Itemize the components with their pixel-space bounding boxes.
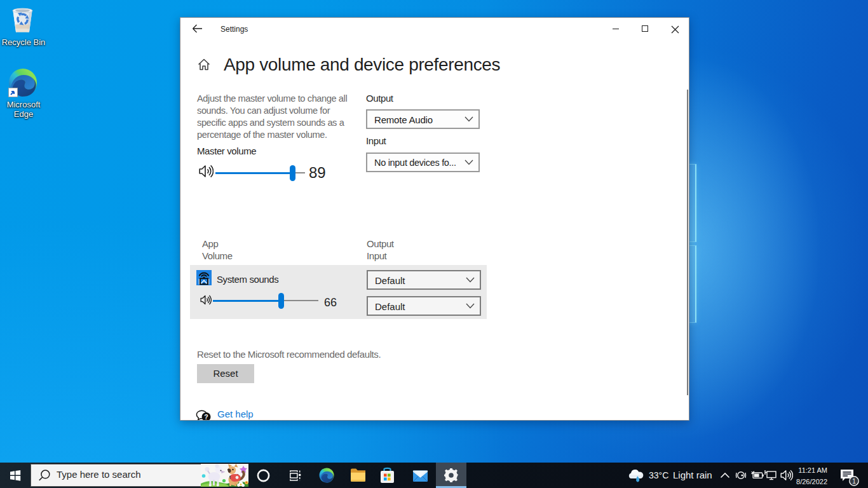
svg-text:1: 1 <box>852 478 856 485</box>
svg-text:?: ? <box>204 413 208 421</box>
